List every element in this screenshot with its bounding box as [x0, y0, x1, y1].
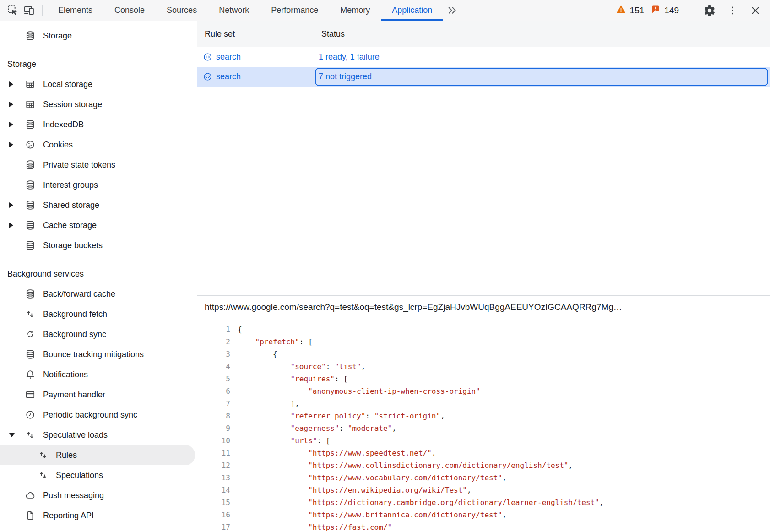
sidebar-item-private-state-tokens[interactable]: Private state tokens	[0, 155, 197, 175]
tree-expander-collapsed[interactable]	[9, 202, 25, 208]
sidebar-item-speculative-loads[interactable]: Speculative loads	[0, 425, 197, 445]
code-line: 15 "https://dictionary.cambridge.org/dic…	[197, 496, 770, 509]
database-icon	[25, 288, 36, 299]
sidebar-item-shared-storage[interactable]: Shared storage	[0, 195, 197, 215]
device-toolbar-button[interactable]	[21, 2, 38, 19]
code-line: 13 "https://www.vocabulary.com/dictionar…	[197, 472, 770, 484]
sidebar-item-cookies[interactable]: Cookies	[0, 135, 197, 155]
line-number: 6	[197, 385, 230, 397]
line-number: 4	[197, 360, 230, 373]
sidebar-item-label: Cookies	[43, 140, 73, 150]
sidebar-item-label: Push messaging	[43, 491, 104, 500]
sidebar-item-session-storage[interactable]: Session storage	[0, 94, 197, 114]
status-link[interactable]: 1 ready, 1 failure	[319, 52, 380, 62]
sidebar-item-storage-buckets[interactable]: Storage buckets	[0, 235, 197, 255]
close-devtools-button[interactable]	[747, 2, 764, 19]
code-line: 17 "https://fast.com/"	[197, 521, 770, 532]
device-toolbar-icon	[23, 5, 35, 16]
sidebar-item-label: Storage	[43, 31, 72, 41]
inspect-element-button[interactable]	[5, 2, 21, 19]
status-link[interactable]: 7 not triggered	[319, 72, 372, 81]
sidebar-item-background-sync[interactable]: Background sync	[0, 324, 197, 344]
sidebar-item-bounce-tracking-mitigations[interactable]: Bounce tracking mitigations	[0, 344, 197, 364]
sidebar-item-cache-storage[interactable]: Cache storage	[0, 215, 197, 235]
rule-set-column-filler	[197, 87, 315, 295]
tree-expander-collapsed[interactable]	[9, 122, 25, 127]
sidebar-item-push-messaging[interactable]: Push messaging	[0, 485, 197, 505]
tab-elements[interactable]: Elements	[47, 0, 103, 21]
sidebar-item-reporting-api[interactable]: Reporting API	[0, 505, 197, 526]
sidebar-item-label: Back/forward cache	[43, 289, 115, 299]
tab-performance[interactable]: Performance	[260, 0, 329, 21]
line-number: 2	[197, 336, 230, 348]
tree-expander-collapsed[interactable]	[9, 223, 25, 228]
kebab-menu-icon	[727, 5, 738, 16]
sidebar-item-payment-handler[interactable]: Payment handler	[0, 385, 197, 405]
sidebar-item-local-storage[interactable]: Local storage	[0, 74, 197, 94]
updown-icon	[38, 470, 49, 481]
more-options-button[interactable]	[724, 2, 741, 19]
code-line: 14 "https://en.wikipedia.org/wiki/Test",	[197, 484, 770, 496]
cookie-icon	[25, 139, 36, 150]
close-icon	[749, 5, 761, 16]
code-line-content: "https://www.speedtest.net/",	[230, 447, 436, 459]
sidebar-item-rules[interactable]: Rules	[0, 445, 195, 465]
tree-expander-collapsed[interactable]	[9, 142, 25, 147]
database-icon	[25, 349, 36, 360]
tree-expander-expanded[interactable]	[9, 433, 25, 437]
code-line-content: "https://www.collinsdictionary.com/dicti…	[230, 459, 573, 472]
sidebar-item-background-fetch[interactable]: Background fetch	[0, 304, 197, 324]
devtools-window: ElementsConsoleSourcesNetworkPerformance…	[0, 0, 770, 532]
tree-expander-collapsed[interactable]	[9, 81, 25, 87]
rule-set-row[interactable]: search7 not triggered	[197, 67, 770, 87]
database-icon	[25, 30, 36, 41]
sidebar-item-notifications[interactable]: Notifications	[0, 364, 197, 385]
code-circle-icon	[203, 72, 212, 81]
code-line-content: "requires": [	[230, 373, 348, 385]
line-number: 8	[197, 410, 230, 422]
tab-console[interactable]: Console	[103, 0, 156, 21]
sidebar-item-storage[interactable]: Storage	[0, 26, 197, 46]
code-line-content: "referrer_policy": "strict-origin",	[230, 410, 445, 422]
sidebar-item-label: Cache storage	[43, 221, 97, 230]
line-number: 10	[197, 434, 230, 447]
settings-button[interactable]	[701, 2, 718, 19]
code-line: 10 "urls": [	[197, 434, 770, 447]
rule-set-link-group: search	[203, 72, 241, 81]
issue-count: 149	[664, 5, 679, 16]
devtools-toolbar: ElementsConsoleSourcesNetworkPerformance…	[0, 0, 770, 21]
more-tabs-button[interactable]	[443, 2, 460, 19]
line-number: 11	[197, 447, 230, 459]
status-cell: 1 ready, 1 failure	[315, 47, 770, 67]
sidebar-item-indexeddb[interactable]: IndexedDB	[0, 114, 197, 135]
tab-memory[interactable]: Memory	[329, 0, 381, 21]
tab-application[interactable]: Application	[381, 0, 443, 21]
section-header-storage: Storage	[0, 54, 197, 74]
sidebar-item-periodic-background-sync[interactable]: Periodic background sync	[0, 405, 197, 425]
rule-set-link[interactable]: search	[216, 52, 241, 62]
rule-set-row[interactable]: search1 ready, 1 failure	[197, 47, 770, 67]
code-line-content: {	[230, 323, 242, 336]
database-icon	[25, 200, 36, 211]
sidebar-item-label: Bounce tracking mitigations	[43, 350, 144, 359]
line-number: 1	[197, 323, 230, 336]
inspect-cursor-icon	[7, 5, 19, 16]
rule-set-link[interactable]: search	[216, 72, 241, 81]
issues-counter[interactable]: 149	[651, 4, 679, 16]
tab-sources[interactable]: Sources	[156, 0, 208, 21]
sidebar-item-interest-groups[interactable]: Interest groups	[0, 175, 197, 195]
code-line: 7 ],	[197, 397, 770, 410]
bell-icon	[25, 369, 36, 380]
database-icon	[25, 179, 36, 190]
sidebar-item-back-forward-cache[interactable]: Back/forward cache	[0, 284, 197, 304]
sidebar-item-label: Background fetch	[43, 309, 107, 319]
gear-icon	[703, 4, 716, 17]
rules-table-body: search1 ready, 1 failuresearch7 not trig…	[197, 47, 770, 87]
sidebar-item-speculations[interactable]: Speculations	[0, 465, 197, 485]
warnings-counter[interactable]: 151	[616, 4, 645, 17]
column-header-rule-set: Rule set	[197, 21, 315, 47]
tree-expander-collapsed[interactable]	[9, 102, 25, 107]
tab-network[interactable]: Network	[208, 0, 260, 21]
rule-set-source-viewer: 1{2 "prefetch": [3 {4 "source": "list",5…	[197, 319, 770, 532]
sidebar-item-label: Periodic background sync	[43, 410, 137, 420]
